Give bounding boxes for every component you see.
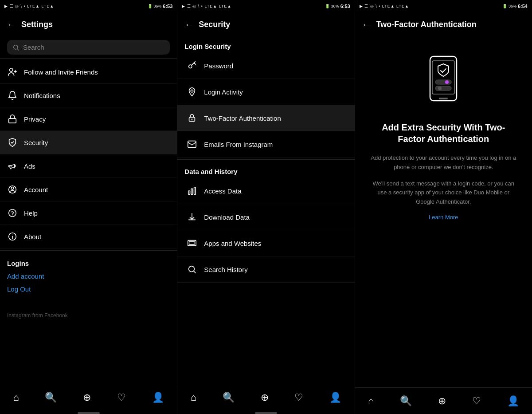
login-security-header: Login Security	[177, 36, 354, 53]
privacy-label: Privacy	[24, 115, 46, 123]
help-label: Help	[24, 209, 38, 217]
password-label: Password	[204, 62, 233, 70]
settings-panel: ← Settings Search	[0, 12, 177, 414]
settings-item-account[interactable]: Account	[0, 178, 177, 201]
settings-item-follow[interactable]: Follow and Invite Friends	[0, 60, 177, 84]
security-back-button[interactable]: ←	[184, 20, 193, 30]
profile-nav-icon-3[interactable]: 👤	[507, 395, 519, 407]
follow-label: Follow and Invite Friends	[24, 68, 98, 76]
search-placeholder: Search	[23, 43, 44, 51]
status-panel-3: ▶ ☰ ◎ \ • LTE▲ LTE▲ 🔋 36% 6:54	[355, 0, 532, 12]
svg-point-1	[10, 68, 13, 71]
settings-item-ads[interactable]: Ads	[0, 154, 177, 178]
settings-item-about[interactable]: About	[0, 225, 177, 248]
battery-3: 🔋 36%	[502, 4, 516, 8]
nav-indicator-2	[255, 412, 277, 414]
security-item-password[interactable]: Password	[177, 53, 354, 79]
security-item-apps-websites[interactable]: Apps and Websites	[177, 230, 354, 256]
search-nav-icon-1[interactable]: 🔍	[45, 392, 57, 403]
main-area: ← Settings Search	[0, 12, 532, 414]
security-item-login-activity[interactable]: Login Activity	[177, 79, 354, 105]
settings-item-privacy[interactable]: Privacy	[0, 107, 177, 131]
battery-2: 🔋 36%	[325, 4, 339, 8]
tfa-learn-more-link[interactable]: Learn More	[429, 214, 458, 221]
status-icons-1: ▶ ☰ ◎ \ • LTE▲ LTE▲	[4, 4, 54, 8]
question-circle-icon	[7, 208, 18, 218]
log-out-link[interactable]: Log Out	[7, 285, 170, 293]
security-item-emails[interactable]: Emails From Instagram	[177, 131, 354, 158]
add-nav-icon-3[interactable]: ⊕	[438, 395, 446, 407]
time-1: 6:53	[163, 4, 172, 9]
security-header: ← Security	[177, 12, 354, 36]
add-nav-icon-2[interactable]: ⊕	[261, 392, 269, 403]
settings-content: Search Follow and Invite Friends	[0, 36, 177, 384]
home-nav-icon-1[interactable]: ⌂	[13, 392, 19, 403]
lock-icon	[7, 114, 18, 124]
heart-nav-icon-3[interactable]: ♡	[472, 395, 481, 407]
emails-label: Emails From Instagram	[204, 141, 273, 148]
profile-nav-icon-1[interactable]: 👤	[152, 392, 164, 403]
settings-item-notifications[interactable]: Notifications	[0, 84, 177, 107]
search-history-icon	[186, 264, 198, 275]
data-history-header: Data and History	[177, 162, 354, 178]
svg-point-12	[192, 118, 193, 120]
heart-nav-icon-2[interactable]: ♡	[294, 392, 303, 403]
profile-nav-icon-2[interactable]: 👤	[329, 392, 341, 403]
search-box[interactable]: Search	[7, 40, 170, 55]
security-item-access-data[interactable]: Access Data	[177, 178, 354, 204]
svg-point-24	[445, 80, 449, 84]
security-item-download-data[interactable]: Download Data	[177, 204, 354, 230]
security-title: Security	[199, 20, 230, 29]
status-icons-2: ▶ ☰ ◎ \ • LTE▲ LTE▲	[182, 4, 231, 8]
logins-section: Logins Add account Log Out	[0, 252, 177, 305]
status-panel-1: ▶ ☰ ◎ \ • LTE▲ LTE▲ 🔋 36% 6:53	[0, 0, 177, 12]
settings-item-help[interactable]: Help	[0, 201, 177, 225]
svg-point-8	[12, 235, 13, 235]
bar-chart-icon	[186, 185, 198, 197]
security-content: Login Security Password	[177, 36, 354, 384]
svg-rect-14	[188, 191, 190, 194]
about-label: About	[24, 233, 41, 241]
svg-rect-16	[194, 187, 196, 195]
svg-rect-23	[435, 80, 451, 84]
svg-point-10	[191, 90, 194, 92]
add-nav-icon-1[interactable]: ⊕	[83, 392, 91, 403]
search-icon	[12, 44, 20, 51]
tfa-description-1: Add protection to your account every tim…	[369, 154, 518, 172]
location-icon	[186, 86, 198, 98]
search-nav-icon-3[interactable]: 🔍	[400, 395, 412, 407]
account-label: Account	[24, 186, 48, 193]
svg-point-5	[9, 209, 16, 217]
ads-label: Ads	[24, 162, 35, 170]
home-nav-icon-3[interactable]: ⌂	[368, 395, 374, 407]
tfa-main-title: Add Extra Security With Two-Factor Authe…	[369, 122, 518, 145]
svg-rect-15	[191, 189, 193, 194]
tfa-content: Add Extra Security With Two-Factor Authe…	[355, 36, 532, 414]
access-data-label: Access Data	[204, 187, 241, 195]
security-item-two-factor[interactable]: Two-Factor Authentication	[177, 105, 354, 131]
key-icon	[186, 60, 198, 71]
add-account-link[interactable]: Add account	[7, 272, 170, 280]
footer-text: Instagram from Facebook	[0, 305, 177, 326]
heart-nav-icon-1[interactable]: ♡	[117, 392, 126, 403]
svg-rect-13	[188, 141, 196, 148]
settings-item-security[interactable]: Security	[0, 131, 177, 154]
time-2: 6:53	[340, 4, 350, 9]
data-history-divider	[177, 159, 354, 160]
settings-back-button[interactable]: ←	[7, 20, 16, 30]
notifications-label: Notifications	[24, 92, 60, 99]
home-nav-icon-2[interactable]: ⌂	[191, 392, 196, 403]
tfa-description-2: We'll send a text message with a login c…	[369, 179, 518, 207]
svg-rect-2	[9, 118, 16, 123]
security-item-search-history[interactable]: Search History	[177, 256, 354, 283]
svg-point-6	[12, 215, 13, 215]
time-3: 6:54	[518, 4, 528, 9]
tfa-back-button[interactable]: ←	[362, 20, 371, 30]
svg-point-9	[189, 65, 192, 68]
login-activity-label: Login Activity	[204, 88, 243, 96]
shield-key-icon	[186, 112, 198, 124]
download-icon	[186, 211, 198, 223]
download-data-label: Download Data	[204, 213, 250, 221]
search-divider	[0, 58, 177, 59]
search-nav-icon-2[interactable]: 🔍	[223, 392, 235, 403]
